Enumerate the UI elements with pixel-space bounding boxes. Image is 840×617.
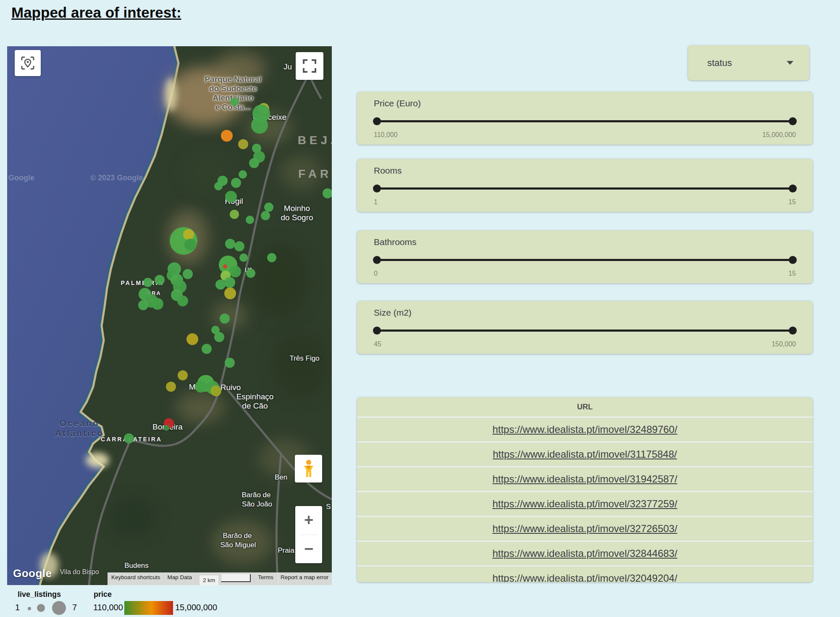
listing-marker[interactable] [221,130,233,142]
map-container[interactable]: Google© 2023 Google Parque Naturaldo Sud… [7,46,332,585]
listing-marker[interactable] [214,182,223,190]
keyboard-shortcuts-link[interactable]: Keyboard shortcuts [108,572,163,585]
listing-marker[interactable] [184,239,196,250]
rooms-slider-label: Rooms [374,166,402,176]
fullscreen-icon [302,59,317,73]
bathrooms-max-value: 15 [788,270,796,277]
price-slider-max-handle[interactable] [789,117,797,125]
listing-link[interactable]: https://www.idealista.pt/imovel/32844683… [492,548,677,559]
map-label: São João [242,500,272,509]
bathrooms-slider-track[interactable] [375,259,795,261]
listing-marker[interactable] [246,216,254,224]
rooms-slider-max-handle[interactable] [789,185,797,192]
listing-marker[interactable] [138,300,148,310]
price-slider-min-handle[interactable] [373,117,381,125]
size-slider-min-handle[interactable] [373,327,381,335]
map-data-link[interactable]: Map Data [163,572,195,585]
listing-marker[interactable] [234,241,244,251]
size-slider-label: Size (m2) [374,308,412,318]
listing-marker[interactable] [323,188,332,198]
listing-marker[interactable] [183,269,193,279]
listing-marker[interactable] [246,269,255,278]
listing-marker[interactable] [152,298,163,310]
url-rows: https://www.idealista.pt/imovel/32489760… [357,417,813,582]
size-legend-max: 7 [72,603,77,612]
terms-link[interactable]: Terms [254,572,277,585]
listing-marker[interactable] [186,333,198,345]
listing-marker[interactable] [124,433,134,443]
listing-link[interactable]: https://www.idealista.pt/imovel/32489760… [492,424,677,435]
fullscreen-button[interactable] [296,52,323,80]
listing-marker[interactable] [223,264,227,269]
rooms-slider-track[interactable] [375,187,795,190]
listing-marker[interactable] [163,425,169,431]
listing-link[interactable]: https://www.idealista.pt/imovel/32726503… [492,523,677,535]
listing-marker[interactable] [230,98,239,106]
listing-marker[interactable] [251,117,268,134]
listing-marker[interactable] [238,139,248,149]
price-slider-track[interactable] [375,120,795,122]
map-label: Ben [275,473,287,482]
listing-marker[interactable] [224,277,235,288]
listing-marker[interactable] [210,385,221,396]
listing-marker[interactable] [166,382,176,392]
map-watermark: Google [8,174,34,182]
listing-link[interactable]: https://www.idealista.pt/imovel/32049204… [492,572,677,582]
listing-marker[interactable] [214,332,224,342]
listing-marker[interactable] [267,253,276,262]
report-map-error-link[interactable]: Report a map error [277,572,332,585]
bathrooms-slider-min-handle[interactable] [373,256,381,264]
rooms-slider-min-handle[interactable] [373,185,381,192]
map-label: Barão de [242,491,271,499]
size-legend-title: live_listings [18,590,61,599]
size-slider-track[interactable] [375,330,795,332]
listing-marker[interactable] [225,191,237,203]
bathrooms-min-value: 0 [374,270,378,277]
map-label: Três Figo [289,354,319,363]
area-pin-icon [20,55,35,71]
zoom-in-button[interactable]: + [295,506,322,535]
listing-marker[interactable] [231,178,241,188]
listing-marker[interactable] [177,295,188,306]
listing-link[interactable]: https://www.idealista.pt/imovel/31942587… [492,473,677,485]
rooms-min-value: 1 [374,198,378,206]
bathrooms-slider-max-handle[interactable] [789,256,797,264]
size-legend-min: 1 [15,603,20,612]
listing-marker[interactable] [239,253,248,262]
pegman-button[interactable] [295,455,322,483]
map-label: Barão de [223,532,252,540]
listing-marker[interactable] [225,239,235,249]
listing-marker[interactable] [195,381,207,393]
map-label: de Cão [242,401,268,411]
select-area-button[interactable] [15,50,41,76]
google-logo: Google [13,567,52,580]
listing-marker[interactable] [230,210,239,219]
zoom-out-button[interactable]: − [295,535,322,564]
listing-marker[interactable] [261,211,270,220]
url-table-header: URL [357,397,813,417]
price-gradient-bar [124,601,173,615]
status-dropdown[interactable]: status [688,45,809,80]
listing-marker[interactable] [183,229,194,240]
map-label: Ju [284,62,292,71]
satellite-basemap [7,46,332,585]
map-label: S [326,503,331,511]
listing-marker[interactable] [224,287,236,299]
listing-marker[interactable] [178,370,188,380]
map-attribution-bar: Keyboard shortcuts Map Data 2 km Terms R… [108,572,332,585]
listing-marker[interactable] [155,275,165,285]
size-slider-max-handle[interactable] [789,327,797,335]
color-legend-min: 110,000 [93,603,123,612]
listing-marker[interactable] [249,158,259,168]
listing-marker[interactable] [229,266,241,277]
listing-link[interactable]: https://www.idealista.pt/imovel/32377259… [492,498,677,510]
listing-marker[interactable] [225,358,235,368]
listing-marker[interactable] [143,278,152,287]
listing-marker[interactable] [202,344,212,354]
map-label: FARO [298,167,332,181]
rooms-max-value: 15 [788,198,796,206]
listing-marker[interactable] [264,203,273,212]
listing-link[interactable]: https://www.idealista.pt/imovel/31175848… [493,448,677,460]
listing-marker[interactable] [220,314,230,324]
listing-marker[interactable] [239,170,247,179]
